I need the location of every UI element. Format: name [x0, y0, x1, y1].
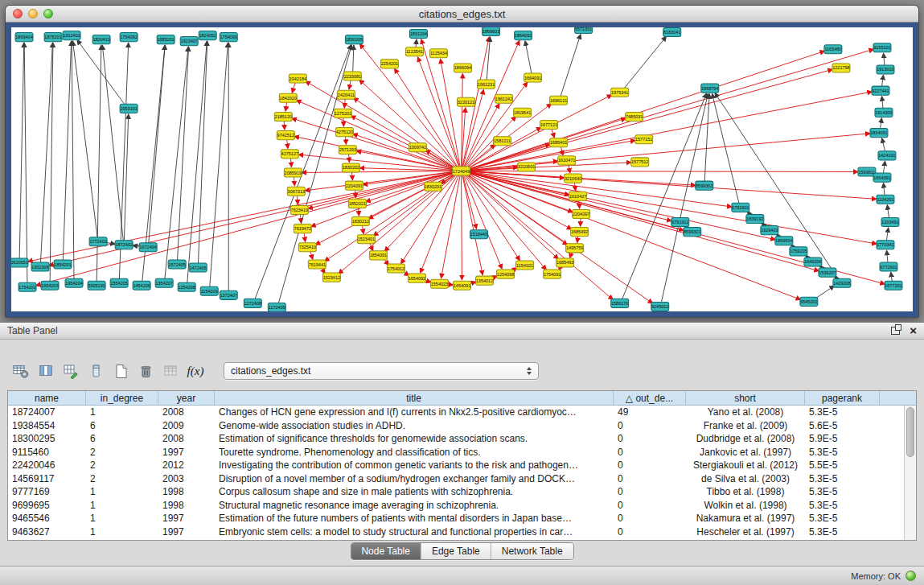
graph-node[interactable]: 1830202 [342, 163, 359, 172]
graph-node[interactable]: 2571203 [339, 146, 356, 154]
graph-node[interactable]: 1961231 [478, 80, 495, 89]
graph-edge[interactable] [296, 100, 456, 169]
graph-node[interactable]: 1554023 [430, 279, 448, 288]
graph-edge[interactable] [63, 41, 71, 261]
graph-node[interactable]: 6791911 [671, 218, 689, 227]
column-header[interactable]: year [158, 391, 215, 405]
graph-node[interactable]: 1824052 [199, 31, 216, 40]
graph-node[interactable]: 1254098 [497, 270, 515, 278]
table-disabled-button[interactable] [161, 362, 180, 381]
graph-node[interactable]: 1523401 [357, 235, 375, 244]
show-columns-button[interactable] [36, 362, 55, 381]
graph-node[interactable]: 1523412 [322, 273, 340, 282]
graph-node[interactable]: 1754099 [220, 33, 237, 42]
graph-node[interactable]: 1754092 [120, 33, 138, 42]
graph-node[interactable]: 1685201 [157, 35, 175, 44]
graph-node[interactable]: 1272408 [244, 299, 261, 307]
table-row[interactable]: 2242004622012Investigating the contribut… [8, 459, 916, 472]
graph-node[interactable]: 7623419 [290, 205, 308, 214]
tab-network-table[interactable]: Network Table [491, 543, 573, 559]
graph-edge[interactable] [49, 171, 457, 266]
graph-node[interactable]: 3220121 [457, 97, 474, 106]
graph-edge[interactable] [425, 150, 457, 170]
graph-node[interactable]: 1649206 [804, 257, 822, 266]
graph-node[interactable]: 1864092 [515, 31, 532, 40]
graph-node[interactable]: 9742512 [277, 131, 294, 140]
graph-edge[interactable] [465, 173, 558, 259]
graph-node[interactable]: 7619441 [308, 260, 326, 269]
graph-node[interactable]: 1254208 [178, 282, 195, 291]
graph-node[interactable]: 2085919 [284, 168, 302, 177]
graph-edge[interactable] [466, 172, 800, 300]
graph-node[interactable]: 1724049 [452, 167, 470, 175]
graph-node[interactable]: 1830212 [351, 217, 369, 226]
graph-node[interactable]: 9245012 [651, 302, 669, 311]
graph-node[interactable]: 1165480 [824, 45, 842, 54]
graph-node[interactable]: 3210601 [518, 163, 536, 171]
graph-node[interactable]: 1929403 [761, 226, 778, 235]
graph-node[interactable]: 1854201 [54, 260, 72, 269]
memory-status-indicator[interactable] [906, 571, 916, 581]
network-canvas[interactable]: 1724049204218418420202185120974251242751… [11, 27, 913, 311]
table-row[interactable]: 1872400712008Changes of HCN gene express… [8, 406, 916, 419]
graph-edge[interactable] [622, 93, 706, 300]
graph-edge[interactable] [886, 228, 888, 241]
graph-node[interactable]: 1221798 [832, 64, 850, 72]
graph-node[interactable]: 5905190 [88, 281, 105, 290]
graph-node[interactable]: 9545002 [800, 297, 818, 306]
graph-node[interactable]: 1275201 [334, 109, 351, 117]
graph-node[interactable]: 1472406 [189, 263, 207, 272]
add-column-button[interactable] [61, 362, 80, 381]
graph-edge[interactable] [882, 97, 884, 109]
vertical-scrollbar[interactable] [904, 406, 916, 540]
new-document-button[interactable] [111, 362, 130, 381]
graph-edge[interactable] [466, 95, 612, 170]
graph-edge[interactable] [466, 92, 872, 171]
graph-node[interactable]: 1961242 [495, 94, 513, 103]
graph-edge[interactable] [72, 41, 97, 238]
graph-node[interactable]: 2204097 [573, 209, 590, 218]
table-row[interactable]: 946362711997Embryonic stem cells: a mode… [8, 525, 916, 539]
graph-node[interactable]: 1104291 [877, 195, 894, 204]
graph-node[interactable]: 1954204 [65, 278, 83, 287]
scrollbar-thumb[interactable] [906, 407, 914, 457]
graph-node[interactable]: 1154209 [200, 286, 218, 295]
network-selector[interactable]: citations_edges.txt [224, 362, 539, 380]
graph-node[interactable]: 9227441 [872, 86, 889, 95]
close-button[interactable] [13, 9, 23, 19]
graph-node[interactable]: 1123541 [405, 47, 423, 56]
graph-node[interactable]: 1372407 [220, 290, 237, 299]
graph-node[interactable]: 2204091 [345, 181, 363, 190]
graph-edge[interactable] [883, 161, 885, 174]
graph-node[interactable]: 1831204 [409, 30, 427, 39]
graph-node[interactable]: 1518445 [470, 230, 488, 239]
close-panel-icon[interactable]: × [910, 325, 917, 336]
graph-edge[interactable] [715, 93, 840, 280]
graph-edge[interactable] [561, 35, 581, 97]
tab-node-table[interactable]: Node Table [351, 543, 421, 559]
graph-node[interactable]: 1577151 [635, 135, 653, 144]
graph-edge[interactable] [887, 205, 889, 219]
graph-node[interactable]: 2233081 [343, 72, 361, 80]
graph-node[interactable]: 1154021 [516, 261, 534, 270]
graph-node[interactable]: 1664091 [524, 73, 542, 82]
graph-node[interactable]: 1923407 [180, 37, 198, 46]
graph-node[interactable]: 1914309 [875, 108, 893, 117]
graph-edge[interactable] [302, 171, 456, 173]
graph-node[interactable]: 2620650 [11, 258, 28, 267]
graph-edge[interactable] [466, 172, 819, 271]
graph-edge[interactable] [462, 174, 483, 274]
graph-edge[interactable] [487, 37, 490, 81]
graph-edge[interactable] [887, 250, 889, 263]
graph-node[interactable]: 2042184 [289, 74, 306, 83]
table-settings-button[interactable] [11, 362, 31, 381]
function-builder-button[interactable]: f(x) [186, 362, 205, 381]
graph-node[interactable]: 6791901 [732, 203, 749, 212]
graph-node[interactable]: 4275127 [281, 150, 298, 159]
graph-node[interactable]: 1854091 [369, 251, 387, 260]
minimize-button[interactable] [28, 9, 38, 19]
graph-node[interactable]: 1539207 [819, 268, 836, 277]
graph-edge[interactable] [884, 53, 885, 66]
graph-edge[interactable] [165, 47, 188, 280]
graph-node[interactable]: 1454091 [453, 281, 470, 290]
